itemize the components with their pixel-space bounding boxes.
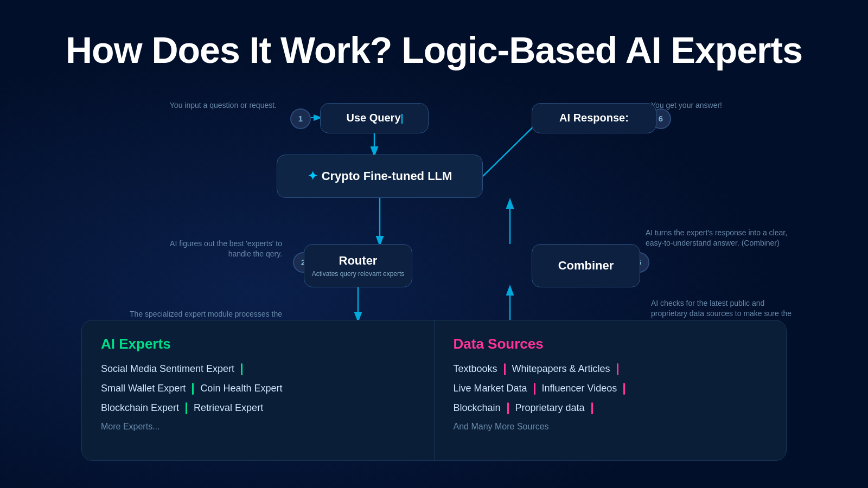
separator-pink-3 — [534, 383, 535, 395]
data-sources-title: Data Sources — [454, 336, 768, 352]
bottom-panel: AI Experts Social Media Sentiment Expert… — [81, 320, 787, 461]
diagram-area: 1 2 3 4 5 6 You input a question or requ… — [54, 92, 814, 461]
step-1-circle: 1 — [290, 108, 311, 129]
query-box: Use Query — [320, 103, 429, 133]
more-sources: And Many More Sources — [454, 422, 768, 432]
expert-social-media: Social Media Sentiment Expert — [101, 363, 234, 375]
ai-experts-panel: AI Experts Social Media Sentiment Expert… — [82, 320, 435, 460]
star-icon: ✦ — [308, 169, 317, 183]
combiner-box: Combiner — [532, 244, 640, 287]
data-textbooks: Textbooks — [454, 363, 497, 375]
data-blockchain: Blockchain — [454, 402, 501, 414]
separator-pink-5 — [507, 402, 509, 414]
router-box: Router Activates query relevant experts — [304, 244, 412, 287]
more-experts: More Experts... — [101, 422, 415, 432]
expert-row-1: Social Media Sentiment Expert — [101, 363, 415, 375]
page-title: How Does It Work? Logic-Based AI Experts — [66, 30, 802, 70]
step-6-label: You get your answer! — [651, 100, 760, 111]
expert-row-2: Small Wallet Expert Coin Health Expert — [101, 383, 415, 395]
data-live-market: Live Market Data — [454, 383, 527, 394]
data-row-2: Live Market Data Influencer Videos — [454, 383, 768, 395]
data-row-3: Blockchain Proprietary data — [454, 402, 768, 414]
separator-2 — [192, 383, 194, 395]
separator-pink-4 — [623, 383, 625, 395]
separator-pink-6 — [591, 402, 593, 414]
separator-pink-1 — [504, 363, 506, 375]
expert-coin-health: Coin Health Expert — [200, 383, 282, 394]
data-proprietary: Proprietary data — [515, 402, 585, 414]
step-5-label: AI turns the expert's response into a cl… — [646, 228, 797, 249]
response-box: AI Response: — [532, 103, 656, 133]
step-1-label: You input a question or request. — [168, 100, 277, 111]
data-influencer: Influencer Videos — [542, 383, 617, 394]
data-row-1: Textbooks Whitepapers & Articles — [454, 363, 768, 375]
expert-small-wallet: Small Wallet Expert — [101, 383, 186, 394]
data-whitepapers: Whitepapers & Articles — [512, 363, 610, 375]
expert-blockchain: Blockchain Expert — [101, 402, 179, 414]
expert-retrieval: Retrieval Expert — [194, 402, 263, 414]
main-container: How Does It Work? Logic-Based AI Experts — [0, 0, 868, 488]
data-sources-panel: Data Sources Textbooks Whitepapers & Art… — [435, 320, 787, 460]
llm-box: ✦ Crypto Fine-tuned LLM — [277, 155, 483, 198]
separator-1 — [241, 363, 242, 375]
expert-row-3: Blockchain Expert Retrieval Expert — [101, 402, 415, 414]
step-2-label: AI figures out the best 'experts' to han… — [157, 239, 282, 260]
separator-3 — [186, 402, 187, 414]
ai-experts-title: AI Experts — [101, 336, 415, 352]
separator-pink-2 — [617, 363, 618, 375]
